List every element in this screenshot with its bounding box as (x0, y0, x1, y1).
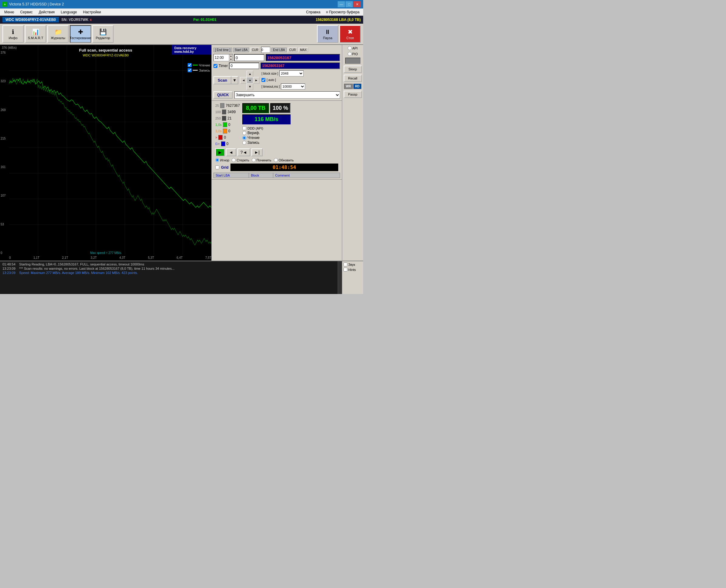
menu-buffer[interactable]: ≡ Просмотр буфера (323, 9, 362, 15)
block-size-select[interactable]: 2048 512 4096 (279, 70, 304, 77)
table-header: Start LBA Block Comment (214, 173, 340, 178)
stop-icon: ✖ (348, 28, 353, 36)
start-lba-cur-button[interactable]: CUR (250, 48, 260, 52)
hints-checkbox[interactable] (343, 268, 347, 272)
nav-right-button[interactable]: ► (253, 77, 260, 84)
sleep-button[interactable]: Sleep (344, 65, 362, 73)
stat-25-value: 7627367 (226, 103, 240, 108)
info-button[interactable]: ℹ Инфо (2, 25, 24, 43)
stat-3s-color (223, 129, 227, 133)
nav-up-button[interactable]: ▲ (246, 71, 253, 77)
timer-start-input[interactable] (229, 63, 259, 69)
stat-100-label: 100 (215, 110, 221, 114)
stat-gt-label: > (215, 135, 217, 139)
stat-25-label: 25 (215, 104, 219, 107)
timeout-select[interactable]: 10000 5000 15000 (281, 83, 305, 89)
write-radio[interactable] (242, 141, 246, 145)
legend-read-label: Чтение (199, 63, 210, 67)
menu-actions[interactable]: Действия (36, 9, 58, 15)
end-time-input[interactable]: 12:00 (214, 54, 229, 61)
ignor-radio[interactable] (215, 158, 219, 162)
drive-firmware: Fw: 01.01H01 (94, 18, 316, 22)
rd-button[interactable]: RD (354, 84, 361, 89)
maximize-button[interactable]: □ (345, 1, 353, 7)
end-lba-input[interactable]: 15628053167 (266, 54, 340, 61)
steret-label: Стереть (237, 159, 249, 162)
timeout-label: [ timeout,ms ] (261, 85, 280, 88)
stat-err-value: 0 (226, 142, 229, 146)
drive-sn: SN: VDJR57WK (61, 18, 88, 22)
test-button[interactable]: ✚ Тестирование (70, 25, 91, 43)
wr-button[interactable]: WR (344, 84, 353, 89)
legend-write-checkbox[interactable] (188, 68, 191, 72)
right-sidebar: API PIO Sleep Recall WR RD Passp (342, 45, 363, 260)
auto-label: [ auto ] (267, 78, 276, 82)
ddd-label: DDD (API) (247, 127, 263, 130)
start-lba-label: Start LBA (233, 48, 249, 52)
time-spinner[interactable]: ▲ ▼ (229, 54, 233, 61)
end-lba-label: End LBA (271, 48, 286, 52)
menu-settings[interactable]: Настройки (80, 9, 104, 15)
legend-write-label: Запись (199, 68, 210, 72)
data-recovery-line2: www.hdd.by (174, 50, 209, 54)
nav-down-button[interactable]: ▼ (246, 83, 253, 90)
nav-left-button[interactable]: ◄ (240, 77, 247, 84)
menu-help[interactable]: Справка (303, 9, 323, 15)
pio-radio[interactable] (348, 52, 351, 56)
end-lba-cur-button[interactable]: CUR (288, 48, 298, 52)
passp-button[interactable]: Passp (344, 91, 362, 98)
start-lba-input[interactable] (234, 54, 264, 61)
read-radio[interactable] (242, 136, 246, 140)
pochinit-radio[interactable] (252, 158, 256, 162)
end-lba-max-button[interactable]: MAX (299, 48, 308, 52)
pause-button[interactable]: ⏸ Пауза (317, 25, 338, 43)
stat-1s-label: 1,0s (215, 123, 222, 127)
scan-dropdown-button[interactable]: ▼ (231, 76, 238, 84)
scan-button-group: Scan ▼ (214, 76, 238, 84)
skip-back-button[interactable]: ?◄ (238, 148, 250, 156)
editor-icon: 💾 (99, 28, 107, 36)
ddd-checkbox[interactable] (242, 126, 246, 130)
finish-select[interactable]: Завершить (235, 91, 340, 99)
timer-end-input[interactable]: 15628053167 (261, 63, 340, 69)
menu-menu[interactable]: Меню (1, 9, 17, 15)
editor-button[interactable]: 💾 Редактор (92, 25, 114, 43)
steret-radio[interactable] (232, 158, 236, 162)
log-scrollbar[interactable] (338, 261, 342, 294)
back-button[interactable]: ◄ (226, 148, 236, 156)
menu-bar: Меню Сервис Действия Language Настройки … (0, 8, 363, 16)
recall-button[interactable]: Recall (344, 75, 362, 82)
drive-close-icon[interactable]: x (89, 18, 92, 22)
minimize-button[interactable]: — (338, 1, 345, 7)
ignor-label: Игнор (220, 159, 229, 162)
timer-checkbox[interactable] (214, 64, 217, 68)
nav-center-button[interactable]: ● (246, 77, 253, 84)
scan-button[interactable]: Scan (214, 76, 231, 84)
stat-gt-color (218, 135, 223, 140)
stat-250-value: 21 (227, 116, 231, 121)
smart-button[interactable]: 📊 S.M.A.R.T (25, 25, 46, 43)
menu-language[interactable]: Language (58, 9, 80, 15)
toolbar: ℹ Инфо 📊 S.M.A.R.T 📁 Журналы ✚ Тестирова… (0, 24, 363, 45)
start-lba-0-input[interactable] (261, 47, 270, 53)
verif-radio[interactable] (242, 131, 246, 135)
percent-display: 100 % (270, 103, 290, 113)
journals-button[interactable]: 📁 Журналы (47, 25, 68, 43)
grid-row: Grid 01:48:54 (214, 163, 340, 172)
obnovit-radio[interactable] (274, 158, 278, 162)
quick-button[interactable]: QUICK (214, 91, 233, 99)
play-button[interactable]: ▶ (215, 148, 225, 156)
stop-button[interactable]: ✖ Стоп (340, 25, 361, 43)
zvuk-checkbox[interactable] (343, 262, 347, 266)
stat-gt-value: 0 (224, 135, 226, 140)
legend-read-color (193, 65, 198, 65)
skip-fwd-button[interactable]: ►| (251, 148, 263, 156)
wr-rd-buttons: WR RD (344, 84, 361, 89)
grid-checkbox[interactable] (215, 165, 219, 169)
menu-servis[interactable]: Сервис (17, 9, 36, 15)
api-radio[interactable] (348, 46, 351, 50)
col-start-lba: Start LBA (214, 173, 249, 178)
close-button[interactable]: ✕ (354, 1, 361, 7)
auto-checkbox[interactable] (261, 78, 265, 82)
legend-read-checkbox[interactable] (188, 63, 191, 67)
